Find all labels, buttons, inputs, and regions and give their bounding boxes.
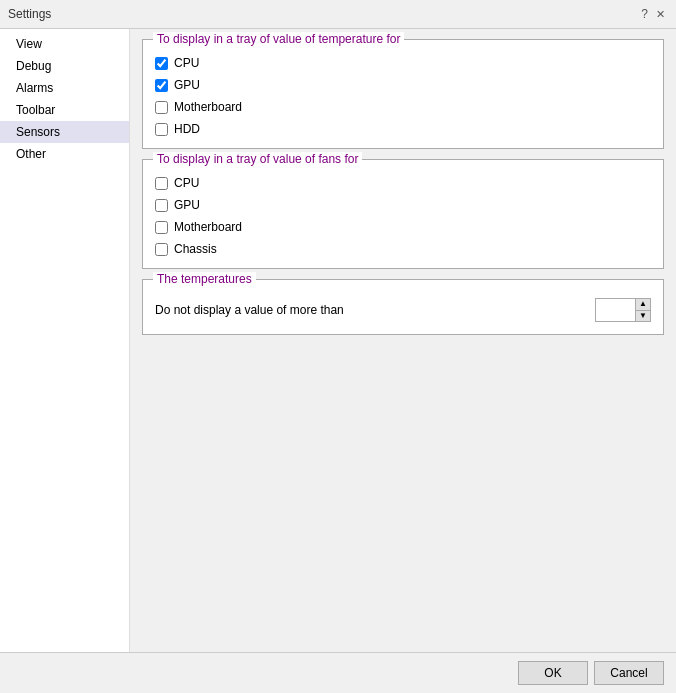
help-button[interactable]: ? <box>641 7 648 21</box>
max-temp-row: Do not display a value of more than 125 … <box>155 298 651 322</box>
temperature-group: To display in a tray of value of tempera… <box>142 39 664 149</box>
temp-motherboard-label[interactable]: Motherboard <box>174 100 242 114</box>
fan-cpu-label[interactable]: CPU <box>174 176 199 190</box>
temp-hdd-row: HDD <box>155 122 651 136</box>
sidebar-item-debug[interactable]: Debug <box>0 55 129 77</box>
temp-gpu-label[interactable]: GPU <box>174 78 200 92</box>
sidebar-item-sensors[interactable]: Sensors <box>0 121 129 143</box>
sidebar-item-other[interactable]: Other <box>0 143 129 165</box>
fans-group: To display in a tray of value of fans fo… <box>142 159 664 269</box>
fan-chassis-label[interactable]: Chassis <box>174 242 217 256</box>
temp-cpu-label[interactable]: CPU <box>174 56 199 70</box>
temperatures-section: The temperatures Do not display a value … <box>142 279 664 335</box>
content-area: To display in a tray of value of tempera… <box>130 29 676 652</box>
max-temp-label: Do not display a value of more than <box>155 303 595 317</box>
fan-gpu-label[interactable]: GPU <box>174 198 200 212</box>
fans-group-legend: To display in a tray of value of fans fo… <box>153 152 362 166</box>
sidebar: View Debug Alarms Toolbar Sensors Other <box>0 29 130 652</box>
fan-cpu-checkbox[interactable] <box>155 177 168 190</box>
close-button[interactable]: ✕ <box>652 6 668 22</box>
fan-cpu-row: CPU <box>155 176 651 190</box>
spinbox-up-button[interactable]: ▲ <box>636 299 650 311</box>
temp-cpu-row: CPU <box>155 56 651 70</box>
spinbox-buttons: ▲ ▼ <box>635 298 651 322</box>
temp-hdd-label[interactable]: HDD <box>174 122 200 136</box>
temperatures-legend: The temperatures <box>153 272 256 286</box>
cancel-button[interactable]: Cancel <box>594 661 664 685</box>
temp-motherboard-checkbox[interactable] <box>155 101 168 114</box>
temp-gpu-checkbox[interactable] <box>155 79 168 92</box>
fan-gpu-checkbox[interactable] <box>155 199 168 212</box>
fan-motherboard-row: Motherboard <box>155 220 651 234</box>
sidebar-item-toolbar[interactable]: Toolbar <box>0 99 129 121</box>
footer: OK Cancel <box>0 652 676 693</box>
spinbox-down-button[interactable]: ▼ <box>636 311 650 322</box>
window-title: Settings <box>8 7 641 21</box>
temp-hdd-checkbox[interactable] <box>155 123 168 136</box>
fan-motherboard-label[interactable]: Motherboard <box>174 220 242 234</box>
sidebar-item-view[interactable]: View <box>0 33 129 55</box>
temp-cpu-checkbox[interactable] <box>155 57 168 70</box>
temp-motherboard-row: Motherboard <box>155 100 651 114</box>
fan-chassis-checkbox[interactable] <box>155 243 168 256</box>
ok-button[interactable]: OK <box>518 661 588 685</box>
fan-gpu-row: GPU <box>155 198 651 212</box>
fan-chassis-row: Chassis <box>155 242 651 256</box>
max-temp-spinbox: 125 ▲ ▼ <box>595 298 651 322</box>
fan-motherboard-checkbox[interactable] <box>155 221 168 234</box>
main-content: View Debug Alarms Toolbar Sensors Other … <box>0 29 676 652</box>
temperature-group-legend: To display in a tray of value of tempera… <box>153 32 404 46</box>
sidebar-item-alarms[interactable]: Alarms <box>0 77 129 99</box>
temp-gpu-row: GPU <box>155 78 651 92</box>
max-temp-input[interactable]: 125 <box>595 298 635 322</box>
title-bar: Settings ? ✕ <box>0 0 676 29</box>
